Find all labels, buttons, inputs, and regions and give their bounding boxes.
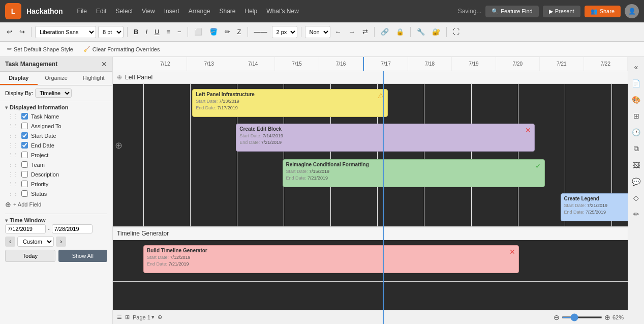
menu-insert[interactable]: Insert [160, 6, 183, 17]
set-default-style-button[interactable]: ✏ Set Default Shape Style [4, 44, 76, 54]
arrow-left-button[interactable]: ← [332, 26, 344, 37]
swap-button[interactable]: ⇄ [360, 26, 371, 37]
drag-handle-priority[interactable]: ⋮⋮ [8, 181, 18, 187]
add-page-button[interactable]: ⊕ [158, 314, 162, 320]
arrow-selector[interactable]: None [305, 26, 330, 38]
zoom-slider[interactable] [562, 316, 602, 318]
page-selector[interactable]: Page 1 ▾ [133, 314, 155, 320]
drag-handle-assigned-to[interactable]: ⋮⋮ [8, 123, 18, 129]
line-width-selector[interactable]: 2 px [272, 26, 297, 38]
checkbox-end-date[interactable] [21, 142, 28, 149]
align-button[interactable]: ≡ [164, 26, 173, 37]
checkbox-assigned-to[interactable] [21, 123, 28, 129]
avatar[interactable]: 👤 [625, 4, 639, 18]
checkbox-team[interactable] [21, 161, 28, 168]
drag-handle-task-name[interactable]: ⋮⋮ [8, 113, 18, 119]
size-selector[interactable]: 8 pt [98, 26, 124, 38]
field-project[interactable]: ⋮⋮ Project [5, 150, 112, 160]
lock2-button[interactable]: 🔐 [430, 26, 443, 37]
menu-arrange[interactable]: Arrange [185, 6, 214, 17]
display-by-selector[interactable]: Timeline [35, 89, 72, 98]
tab-highlight[interactable]: Highlight [75, 72, 112, 85]
drag-handle-end-date[interactable]: ⋮⋮ [8, 142, 18, 148]
undo-button[interactable]: ↩ [4, 26, 15, 37]
right-icon-expand[interactable]: « [632, 61, 640, 73]
task-bar-build-timeline[interactable]: ✕ Build Timeline Generator Start Date: 7… [143, 245, 519, 273]
zoom-out-button[interactable]: ⊖ [554, 313, 560, 321]
checkbox-status[interactable] [21, 190, 28, 197]
right-icon-layers[interactable]: ⧉ [632, 142, 641, 155]
drag-handle-start-date[interactable]: ⋮⋮ [8, 133, 18, 138]
add-field-button[interactable]: ⊕ + Add Field [0, 198, 112, 211]
right-icon-clock[interactable]: 🕐 [630, 126, 642, 138]
field-start-date[interactable]: ⋮⋮ Start Date [5, 131, 112, 140]
end-date-input[interactable] [52, 224, 93, 233]
bold-button[interactable]: B [131, 26, 141, 37]
section-add-button[interactable]: ⊕ [117, 74, 122, 81]
tab-display[interactable]: Display [0, 72, 38, 85]
checkbox-start-date[interactable] [21, 132, 28, 139]
minus-button[interactable]: − [175, 26, 184, 37]
menu-file[interactable]: File [73, 6, 91, 17]
present-button[interactable]: ▶ Present [543, 6, 580, 17]
panel-close-button[interactable]: ✕ [101, 60, 107, 68]
today-button[interactable]: Today [5, 250, 55, 262]
italic-button[interactable]: I [143, 26, 150, 37]
prev-button[interactable]: ‹ [5, 237, 15, 247]
section-toggle-time[interactable]: ▾ [5, 218, 8, 223]
lock-button[interactable]: 🔒 [393, 26, 407, 37]
feature-find-button[interactable]: 🔍 Feature Find [485, 6, 538, 17]
grid-view-button[interactable]: ⊞ [125, 314, 130, 320]
right-icon-pen[interactable]: ✏ [631, 208, 641, 220]
checkbox-task-name[interactable] [21, 113, 28, 120]
field-task-name[interactable]: ⋮⋮ Task Name [5, 111, 112, 121]
add-row-left-panel[interactable]: ⊕ [115, 140, 122, 151]
checkbox-description[interactable] [21, 171, 28, 178]
task-bar-left-panel-infra[interactable]: ⚠ Left Panel Infrastructure Start Date: … [192, 89, 388, 117]
menu-select[interactable]: Select [112, 6, 137, 17]
add-row-icon[interactable]: ⊕ [115, 140, 122, 151]
font-selector[interactable]: Liberation Sans [35, 26, 96, 38]
zoom-in-button[interactable]: ⊕ [604, 313, 610, 321]
share-button[interactable]: 👥 Share [585, 6, 621, 17]
start-date-input[interactable] [5, 224, 46, 233]
checkbox-project[interactable] [21, 152, 28, 158]
preset-selector[interactable]: Custom [17, 237, 54, 247]
menu-view[interactable]: View [138, 6, 159, 17]
shape-button[interactable]: ⬜ [192, 26, 205, 37]
line-style-button[interactable]: —— [252, 26, 270, 37]
list-view-button[interactable]: ☰ [117, 314, 122, 320]
fill-button[interactable]: 🪣 [207, 26, 220, 37]
drag-handle-description[interactable]: ⋮⋮ [8, 171, 18, 177]
field-team[interactable]: ⋮⋮ Team [5, 160, 112, 169]
clear-formatting-button[interactable]: 🧹 Clear Formatting Overrides [80, 44, 163, 54]
right-icon-page[interactable]: 📄 [630, 77, 642, 90]
field-status[interactable]: ⋮⋮ Status [5, 189, 112, 198]
next-button[interactable]: › [56, 237, 66, 247]
field-description[interactable]: ⋮⋮ Description [5, 169, 112, 179]
task-bar-reimagine-formatting[interactable]: ✓ Reimagine Conditional Formatting Start… [283, 159, 545, 187]
task-bar-create-legend[interactable]: Create Legend Start Date: 7/21/2019 End … [561, 193, 628, 221]
section-toggle-info[interactable]: ▾ [5, 105, 8, 110]
right-icon-format[interactable]: 🎨 [630, 94, 642, 106]
tab-organize[interactable]: Organize [38, 72, 75, 85]
field-assigned-to[interactable]: ⋮⋮ Assigned To [5, 121, 112, 131]
menu-whats-new[interactable]: What's New [262, 6, 303, 17]
arrow-right-button[interactable]: → [346, 26, 358, 37]
menu-share[interactable]: Share [215, 6, 239, 17]
show-all-button[interactable]: Show All [58, 250, 108, 262]
drag-handle-project[interactable]: ⋮⋮ [8, 152, 18, 158]
field-end-date[interactable]: ⋮⋮ End Date [5, 140, 112, 150]
expand-button[interactable]: ⛶ [450, 26, 462, 37]
drag-handle-status[interactable]: ⋮⋮ [8, 191, 18, 196]
checkbox-priority[interactable] [21, 181, 28, 187]
task-bar-create-edit-block[interactable]: ✕ Create Edit Block Start Date: 7/14/201… [236, 124, 535, 152]
line-button[interactable]: ✏ [222, 26, 233, 37]
field-priority[interactable]: ⋮⋮ Priority [5, 179, 112, 189]
link-button[interactable]: 🔗 [378, 26, 391, 37]
drag-handle-team[interactable]: ⋮⋮ [8, 162, 18, 167]
menu-edit[interactable]: Edit [92, 6, 111, 17]
shadow-button[interactable]: Z [235, 26, 244, 37]
underline-button[interactable]: U [152, 26, 162, 37]
redo-button[interactable]: ↪ [17, 26, 27, 37]
